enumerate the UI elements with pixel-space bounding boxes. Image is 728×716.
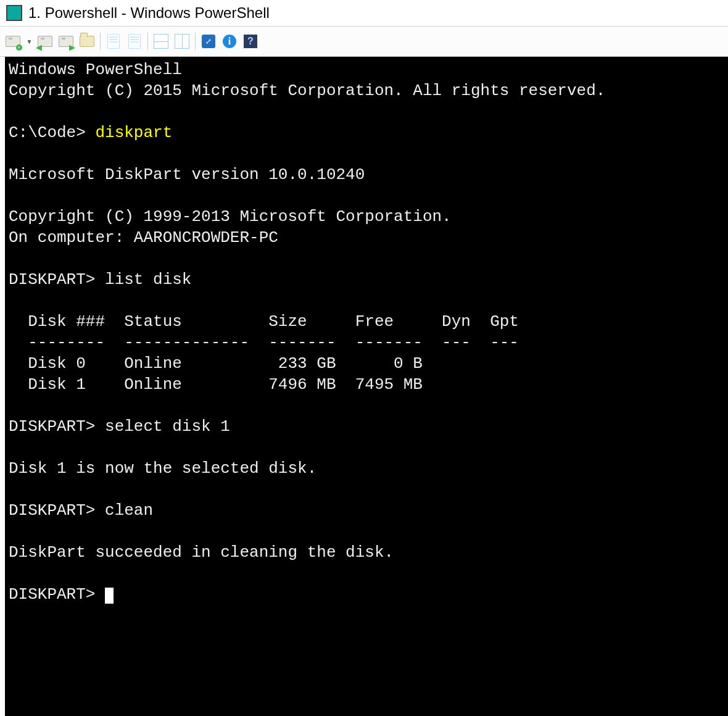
app-icon — [6, 5, 22, 21]
arrow-left-icon: ◀ — [36, 43, 42, 52]
plus-icon: + — [16, 44, 22, 51]
tab-back-button[interactable]: ◀ — [35, 31, 56, 52]
command-text: clean — [105, 501, 153, 520]
split-horizontal-icon — [154, 34, 168, 49]
new-tab-dropdown[interactable]: ▼ — [23, 31, 35, 52]
command-text: diskpart — [95, 123, 172, 142]
terminal-line: Windows PowerShell — [9, 60, 182, 79]
arrow-right-icon: ▶ — [69, 43, 75, 52]
prompt: DISKPART> — [9, 585, 105, 604]
document-icon — [107, 34, 120, 49]
cursor — [105, 588, 114, 604]
window-title: 1. Powershell - Windows PowerShell — [28, 4, 270, 22]
help-icon: ? — [244, 35, 257, 48]
fullscreen-button[interactable]: ⤢ — [198, 31, 219, 52]
table-row: Disk 0 Online 233 GB 0 B — [9, 354, 423, 373]
folder-button[interactable] — [77, 31, 97, 52]
split-vertical-button[interactable] — [172, 31, 192, 52]
table-header: Disk ### Status Size Free Dyn Gpt — [9, 312, 519, 331]
table-divider: -------- ------------- ------- ------- -… — [9, 333, 519, 352]
terminal[interactable]: Windows PowerShell Copyright (C) 2015 Mi… — [5, 57, 728, 716]
new-tab-button[interactable]: + — [2, 31, 23, 52]
doc-button-1[interactable] — [103, 31, 124, 52]
terminal-line: DiskPart succeeded in cleaning the disk. — [9, 543, 394, 562]
fullscreen-icon: ⤢ — [202, 35, 215, 48]
prompt: DISKPART> — [9, 501, 105, 520]
table-row: Disk 1 Online 7496 MB 7495 MB — [9, 375, 423, 394]
terminal-line: Disk 1 is now the selected disk. — [9, 459, 316, 478]
split-horizontal-button[interactable] — [151, 31, 172, 52]
prompt: DISKPART> — [9, 270, 105, 289]
terminal-line: Microsoft DiskPart version 10.0.10240 — [9, 165, 365, 184]
terminal-line: Copyright (C) 2015 Microsoft Corporation… — [9, 81, 605, 100]
prompt: DISKPART> — [9, 417, 105, 436]
separator — [100, 33, 101, 50]
help-button[interactable]: ? — [240, 31, 261, 52]
tab-forward-button[interactable]: ▶ — [56, 31, 77, 52]
separator — [195, 33, 196, 50]
chevron-down-icon: ▼ — [27, 38, 33, 45]
separator — [147, 33, 148, 50]
terminal-line: On computer: AARONCROWDER-PC — [9, 228, 278, 247]
prompt: C:\Code> — [9, 123, 95, 142]
info-button[interactable]: i — [219, 31, 240, 52]
terminal-line: Copyright (C) 1999-2013 Microsoft Corpor… — [9, 207, 452, 226]
command-text: select disk 1 — [105, 417, 230, 436]
command-text: list disk — [105, 270, 191, 289]
split-vertical-icon — [175, 34, 189, 49]
doc-button-2[interactable] — [124, 31, 145, 52]
toolbar: + ▼ ◀ ▶ ⤢ — [0, 27, 728, 57]
titlebar[interactable]: 1. Powershell - Windows PowerShell — [0, 0, 728, 27]
document-icon — [128, 34, 141, 49]
folder-icon — [80, 36, 94, 47]
info-icon: i — [223, 35, 236, 48]
powershell-window: 1. Powershell - Windows PowerShell + ▼ ◀… — [0, 0, 728, 716]
